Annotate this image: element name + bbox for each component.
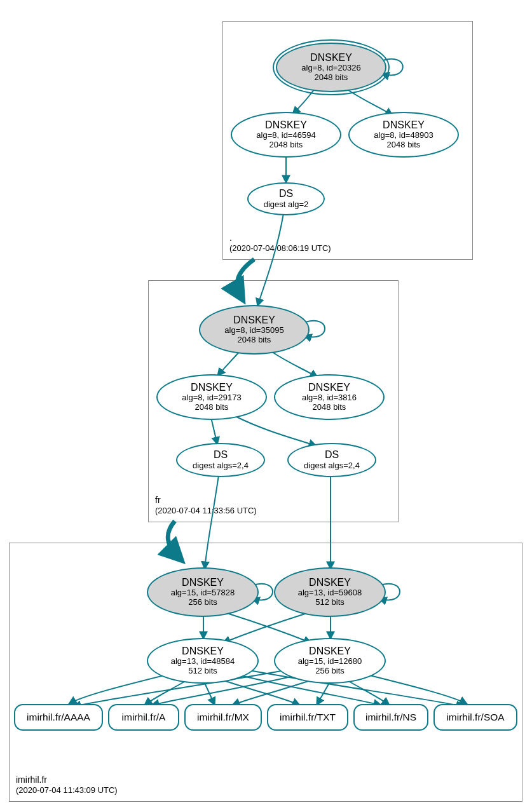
node-alg: alg=8, id=48903 [374,131,433,140]
rrset-soa: imirhil.fr/SOA [433,704,517,731]
dnskey-imirhil-59608: DNSKEY alg=13, id=59608 512 bits [274,567,386,617]
node-alg: alg=13, id=48584 [171,657,235,667]
node-title: DNSKEY [310,52,352,64]
node-title: DS [279,188,293,200]
zone-timestamp: (2020-07-04 11:43:09 UTC) [16,785,118,796]
dnskey-root-46594: DNSKEY alg=8, id=46594 2048 bits [231,112,341,158]
node-title: DNSKEY [309,577,351,588]
dnskey-root-48903: DNSKEY alg=8, id=48903 2048 bits [348,112,459,158]
node-bits: 2048 bits [269,140,303,150]
node-title: DNSKEY [265,119,307,131]
node-title: DNSKEY [308,382,350,393]
node-bits: 256 bits [188,598,217,607]
dnskey-fr-29173: DNSKEY alg=8, id=29173 2048 bits [156,374,267,420]
node-bits: 2048 bits [195,403,229,412]
node-title: DS [325,449,339,461]
zone-name: fr [155,494,257,506]
ds-fr-1: DS digest algs=2,4 [176,443,265,477]
rrset-aaaa: imirhil.fr/AAAA [14,704,103,731]
dnskey-imirhil-57828: DNSKEY alg=15, id=57828 256 bits [147,567,259,617]
dnssec-graph: . (2020-07-04 08:06:19 UTC) fr (2020-07-… [0,0,532,812]
node-alg: alg=8, id=46594 [256,131,315,140]
zone-root-label: . (2020-07-04 08:06:19 UTC) [229,232,331,254]
node-title: DNSKEY [309,646,351,657]
dnskey-root-ksk: DNSKEY alg=8, id=20326 2048 bits [276,43,386,92]
zone-name: . [229,232,331,243]
dnskey-fr-ksk: DNSKEY alg=8, id=35095 2048 bits [199,305,310,355]
node-alg: alg=8, id=35095 [224,326,283,335]
node-bits: 512 bits [315,598,344,607]
rrset-ns: imirhil.fr/NS [353,704,428,731]
rrset-txt: imirhil.fr/TXT [267,704,348,731]
node-bits: 2048 bits [315,73,348,83]
node-title: DNSKEY [383,119,425,131]
ds-root: DS digest alg=2 [247,182,325,215]
zone-imirhil: imirhil.fr (2020-07-04 11:43:09 UTC) [9,543,522,802]
node-title: DNSKEY [191,382,233,393]
zone-name: imirhil.fr [16,774,118,785]
zone-timestamp: (2020-07-04 11:33:56 UTC) [155,506,257,517]
node-bits: 256 bits [315,667,344,676]
node-alg: digest alg=2 [264,200,308,210]
node-alg: alg=8, id=3816 [302,393,357,403]
ds-fr-2: DS digest algs=2,4 [287,443,376,477]
node-alg: alg=15, id=12680 [298,657,362,667]
node-alg: alg=13, id=59608 [298,588,362,598]
node-alg: alg=8, id=20326 [301,64,360,73]
zone-imirhil-label: imirhil.fr (2020-07-04 11:43:09 UTC) [16,774,118,796]
zone-timestamp: (2020-07-04 08:06:19 UTC) [229,243,331,254]
node-title: DNSKEY [182,577,224,588]
node-bits: 2048 bits [313,403,346,412]
node-bits: 2048 bits [238,335,271,345]
dnskey-fr-3816: DNSKEY alg=8, id=3816 2048 bits [274,374,385,420]
node-title: DS [214,449,228,461]
dnskey-imirhil-12680: DNSKEY alg=15, id=12680 256 bits [274,638,386,684]
rrset-a: imirhil.fr/A [108,704,179,731]
node-alg: digest algs=2,4 [304,461,360,471]
node-bits: 2048 bits [387,140,421,150]
dnskey-imirhil-48584: DNSKEY alg=13, id=48584 512 bits [147,638,259,684]
node-bits: 512 bits [188,667,217,676]
node-title: DNSKEY [182,646,224,657]
node-alg: digest algs=2,4 [193,461,249,471]
rrset-mx: imirhil.fr/MX [184,704,262,731]
node-title: DNSKEY [233,315,275,326]
node-alg: alg=15, id=57828 [171,588,235,598]
node-alg: alg=8, id=29173 [182,393,241,403]
zone-fr-label: fr (2020-07-04 11:33:56 UTC) [155,494,257,517]
